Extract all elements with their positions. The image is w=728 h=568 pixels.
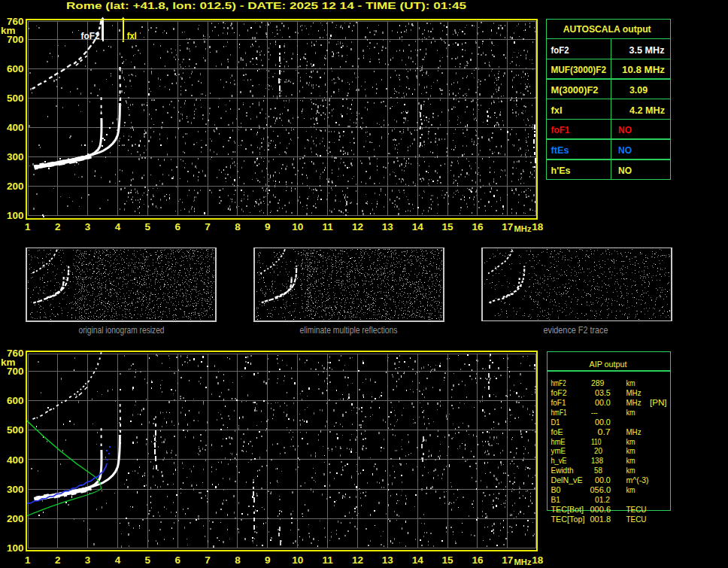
svg-text:300: 300 xyxy=(7,151,24,163)
svg-text:056.0: 056.0 xyxy=(590,485,611,494)
svg-text:foE: foE xyxy=(551,427,563,436)
svg-text:---: --- xyxy=(591,408,598,417)
svg-text:01.2: 01.2 xyxy=(595,495,610,504)
svg-text:4.2 MHz: 4.2 MHz xyxy=(629,105,665,116)
svg-text:12: 12 xyxy=(352,554,363,566)
svg-text:9: 9 xyxy=(265,221,271,232)
svg-text:ftEs: ftEs xyxy=(551,144,569,156)
svg-text:20: 20 xyxy=(594,446,602,455)
svg-text:B0: B0 xyxy=(551,485,561,494)
svg-text:eliminate multiple reflections: eliminate multiple reflections xyxy=(300,324,398,336)
svg-text:7: 7 xyxy=(205,221,211,232)
svg-text:3.09: 3.09 xyxy=(629,84,648,96)
svg-text:MHz: MHz xyxy=(626,427,642,436)
svg-text:00.0: 00.0 xyxy=(595,418,611,427)
svg-text:[PN]: [PN] xyxy=(650,398,667,407)
svg-text:200: 200 xyxy=(7,181,24,192)
svg-text:13: 13 xyxy=(382,554,394,566)
svg-text:400: 400 xyxy=(7,454,24,466)
svg-text:MHz: MHz xyxy=(626,388,642,397)
svg-text:foF1: foF1 xyxy=(551,124,570,135)
svg-text:11: 11 xyxy=(322,554,333,566)
svg-text:7: 7 xyxy=(205,554,211,566)
svg-text:D1: D1 xyxy=(551,418,560,427)
svg-text:18: 18 xyxy=(532,554,544,566)
svg-text:M(3000)F2: M(3000)F2 xyxy=(551,84,599,96)
svg-text:km: km xyxy=(626,485,635,494)
svg-text:17: 17 xyxy=(502,221,513,232)
svg-text:9: 9 xyxy=(265,554,271,566)
svg-text:Ewidth: Ewidth xyxy=(551,466,574,475)
svg-text:16: 16 xyxy=(472,554,484,566)
svg-text:18: 18 xyxy=(532,221,544,232)
svg-text:m^(-3): m^(-3) xyxy=(626,475,649,484)
svg-text:km: km xyxy=(626,446,635,455)
svg-text:hmF1: hmF1 xyxy=(551,408,567,417)
svg-text:17: 17 xyxy=(502,554,513,566)
svg-text:1: 1 xyxy=(25,221,31,232)
svg-text:00.0: 00.0 xyxy=(595,398,611,407)
svg-text:15: 15 xyxy=(442,221,454,232)
svg-text:14: 14 xyxy=(412,221,424,232)
svg-text:original ionogram resized: original ionogram resized xyxy=(79,324,165,336)
svg-text:MUF(3000)F2: MUF(3000)F2 xyxy=(551,64,607,75)
svg-text:TEC[Top]: TEC[Top] xyxy=(551,515,585,524)
svg-text:foF1: foF1 xyxy=(551,398,566,407)
svg-text:h_vE: h_vE xyxy=(551,456,567,465)
svg-text:500: 500 xyxy=(7,424,24,436)
svg-text:600: 600 xyxy=(7,395,24,406)
svg-text:ymE: ymE xyxy=(551,446,566,455)
svg-text:8: 8 xyxy=(235,221,241,232)
svg-text:NO: NO xyxy=(618,165,632,176)
svg-text:NO: NO xyxy=(618,124,632,135)
svg-text:100: 100 xyxy=(7,210,24,221)
svg-text:km: km xyxy=(626,466,635,475)
svg-text:B1: B1 xyxy=(551,495,561,504)
svg-text:km: km xyxy=(626,378,635,387)
svg-text:14: 14 xyxy=(412,554,424,566)
svg-text:2: 2 xyxy=(55,554,61,566)
svg-text:500: 500 xyxy=(7,93,24,104)
svg-text:foF2: foF2 xyxy=(551,388,567,397)
svg-text:km: km xyxy=(626,456,635,465)
svg-text:foF2: foF2 xyxy=(551,44,569,56)
svg-text:3: 3 xyxy=(85,554,91,566)
svg-text:700: 700 xyxy=(7,366,24,377)
svg-text:700: 700 xyxy=(7,34,24,45)
svg-text:58: 58 xyxy=(594,466,602,475)
svg-text:16: 16 xyxy=(472,221,484,232)
svg-text:3.5 MHz: 3.5 MHz xyxy=(629,44,665,56)
svg-text:h'Es: h'Es xyxy=(551,165,571,176)
svg-text:0.7: 0.7 xyxy=(598,427,611,436)
svg-text:8: 8 xyxy=(235,554,241,566)
svg-text:001.8: 001.8 xyxy=(590,515,611,524)
svg-text:hmE: hmE xyxy=(551,437,566,446)
svg-text:km: km xyxy=(626,408,635,417)
svg-text:400: 400 xyxy=(7,122,24,133)
svg-text:00.0: 00.0 xyxy=(595,475,611,484)
svg-text:Rome (lat: +41.8, lon: 012.5): Rome (lat: +41.8, lon: 012.5) - DATE: 20… xyxy=(66,1,466,11)
svg-text:289: 289 xyxy=(591,378,604,387)
svg-text:1: 1 xyxy=(25,554,31,566)
svg-text:TECU: TECU xyxy=(626,515,647,524)
svg-text:12: 12 xyxy=(352,221,363,232)
svg-text:10: 10 xyxy=(292,554,303,566)
svg-text:300: 300 xyxy=(7,484,24,495)
svg-text:AUTOSCALA output: AUTOSCALA output xyxy=(563,23,652,35)
svg-text:600: 600 xyxy=(7,63,24,74)
svg-text:4: 4 xyxy=(115,221,121,232)
svg-text:hmF2: hmF2 xyxy=(551,378,566,387)
svg-text:3: 3 xyxy=(85,221,91,232)
svg-text:DelN_vE: DelN_vE xyxy=(551,475,583,484)
svg-text:6: 6 xyxy=(174,554,180,566)
svg-text:km: km xyxy=(626,437,635,446)
svg-text:MHz: MHz xyxy=(514,557,532,566)
svg-text:110: 110 xyxy=(591,437,602,446)
svg-text:6: 6 xyxy=(174,221,180,232)
svg-text:11: 11 xyxy=(322,221,333,232)
svg-text:138: 138 xyxy=(591,456,603,465)
svg-text:200: 200 xyxy=(7,513,24,524)
svg-text:4: 4 xyxy=(115,554,121,566)
svg-text:5: 5 xyxy=(145,554,151,566)
svg-text:5: 5 xyxy=(145,221,151,232)
